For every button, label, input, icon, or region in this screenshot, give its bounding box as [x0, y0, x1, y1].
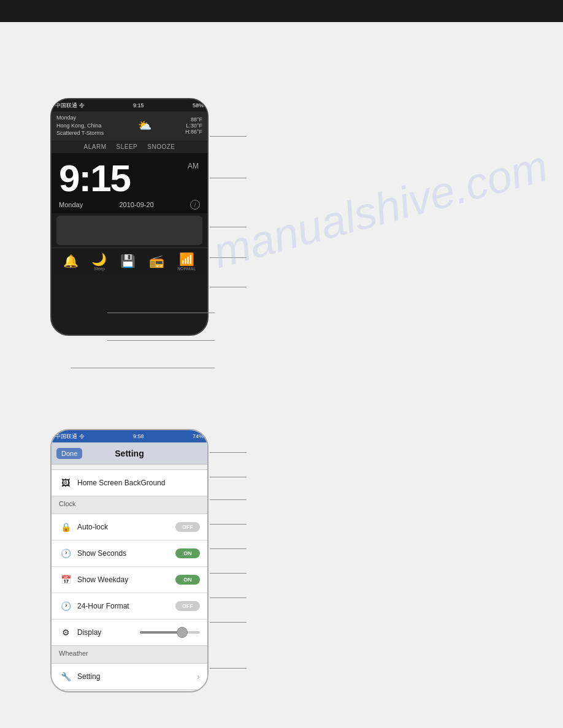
- tab-alarm[interactable]: ALARM: [84, 143, 107, 150]
- home-screen-label: Home Screen BackGround: [77, 479, 200, 487]
- annotation-line-8: [71, 368, 215, 368]
- show-weekday-toggle[interactable]: ON: [175, 575, 200, 585]
- annotation-line-p2-1: [210, 452, 247, 453]
- auto-lock-toggle[interactable]: OFF: [175, 522, 200, 532]
- phone1-carrier: 中国联通 令: [55, 102, 85, 110]
- top-bar: [0, 0, 563, 22]
- auto-lock-row[interactable]: 🔒 Auto-lock OFF: [52, 514, 207, 540]
- phone1-sleep-icon[interactable]: 🌙 Sleep: [91, 252, 107, 271]
- signal-label: NORMAL: [177, 267, 196, 271]
- 24hour-format-row[interactable]: 🕐 24-Hour Format OFF: [52, 593, 207, 620]
- weather-section-header: Wheather: [52, 646, 207, 658]
- annotation-line-p2-6: [210, 573, 247, 574]
- phone1-status-bar: 中国联通 令 9:15 58%: [52, 99, 207, 112]
- home-screen-icon: 🖼: [59, 476, 72, 490]
- tab-sleep[interactable]: SLEEP: [116, 143, 137, 150]
- annotation-line-p2-9: [210, 668, 247, 669]
- annotation-line-p2-3: [210, 499, 247, 500]
- annotation-line-2: [210, 178, 247, 178]
- show-weekday-icon: 📅: [59, 573, 72, 586]
- signal-icon: 📶: [179, 252, 194, 267]
- radio-icon: 📻: [149, 254, 164, 268]
- phone1-clock-area: 9:15 AM Monday 2010-09-20 i: [52, 153, 207, 213]
- show-weekday-row[interactable]: 📅 Show Weekday ON: [52, 567, 207, 593]
- info-icon[interactable]: i: [190, 200, 200, 210]
- chevron-right-icon: ›: [197, 672, 200, 681]
- phone1-weather-city: Hong Kong, China: [56, 122, 104, 130]
- phone1-bottom-bar: 🔔 🌙 Sleep 💾 📻 📶 NORMAL: [52, 248, 207, 275]
- phone1-weather-high: H:86°F: [185, 129, 202, 135]
- bell-icon: 🔔: [63, 254, 79, 268]
- phone1-weather-temp: 88°F: [185, 116, 202, 123]
- phone1-clock-ampm: AM: [188, 162, 199, 170]
- display-slider[interactable]: [140, 631, 200, 634]
- slider-track: [140, 631, 200, 634]
- annotation-line-6: [107, 313, 215, 313]
- annotation-line-p2-7: [210, 597, 247, 598]
- phone2-time: 9:58: [133, 433, 144, 439]
- display-row[interactable]: ⚙ Display: [52, 620, 207, 645]
- disk-icon: 💾: [120, 254, 136, 268]
- weather-cloud-icon: ⛅: [138, 119, 151, 132]
- show-seconds-toggle[interactable]: ON: [175, 548, 200, 558]
- done-button[interactable]: Done: [56, 448, 82, 459]
- tab-snooze[interactable]: SNOOZE: [147, 143, 175, 150]
- phone1-alarm-icon[interactable]: 🔔: [63, 254, 79, 268]
- phone1-device: 中国联通 令 9:15 58% Monday Hong Kong, China …: [50, 98, 209, 336]
- phone1-weather: Monday Hong Kong, China Scattered T-Stor…: [52, 112, 207, 140]
- show-weekday-label: Show Weekday: [77, 575, 175, 584]
- 24hour-label: 24-Hour Format: [77, 602, 175, 610]
- phone1-weather-right: 88°F L:30°F H:86°F: [185, 116, 202, 135]
- annotation-line-p2-2: [210, 477, 247, 477]
- annotation-line-p2-8: [210, 622, 247, 623]
- slider-thumb[interactable]: [177, 627, 188, 638]
- phone1-weather-condition: Scattered T-Storms: [56, 129, 104, 137]
- home-screen-row[interactable]: 🖼 Home Screen BackGround: [52, 470, 207, 496]
- phone1-slide-area: [56, 216, 202, 245]
- 24hour-icon: 🕐: [59, 599, 72, 613]
- 24hour-toggle[interactable]: OFF: [175, 601, 200, 611]
- weather-setting-icon: 🔧: [59, 670, 72, 683]
- show-seconds-icon: 🕐: [59, 547, 72, 560]
- phone1-weather-weekday: Monday: [56, 114, 104, 122]
- phone2-battery: 74%: [193, 433, 204, 439]
- phone1-date-weekday: Monday: [59, 201, 83, 208]
- phone1-tabs[interactable]: ALARM SLEEP SNOOZE: [52, 140, 207, 153]
- display-icon: ⚙: [59, 626, 72, 639]
- weather-setting-row[interactable]: 🔧 Setting ›: [52, 664, 207, 689]
- moon-icon: 🌙: [91, 252, 107, 267]
- weather-setting-label: Setting: [77, 672, 197, 681]
- phone2-carrier: 中国联通 令: [55, 433, 85, 441]
- annotation-line-p2-5: [210, 548, 247, 549]
- home-screen-section: 🖼 Home Screen BackGround: [52, 469, 207, 496]
- annotation-line-7: [107, 340, 215, 341]
- annotation-line-5: [210, 287, 247, 287]
- phone2-status-bar: 中国联通 令 9:58 74%: [52, 430, 207, 442]
- auto-lock-label: Auto-lock: [77, 523, 175, 531]
- phone1-clock-time: 9:15: [59, 159, 200, 197]
- clock-section-header: Clock: [52, 496, 207, 509]
- phone2-nav-bar: Done Setting: [52, 442, 207, 464]
- phone1-clock-date: Monday 2010-09-20 i: [59, 200, 200, 210]
- phone1-date-value: 2010-09-20: [119, 201, 153, 208]
- watermark: manualshive.com: [208, 140, 553, 278]
- annotation-line-4: [210, 257, 247, 258]
- clock-section: 🔒 Auto-lock OFF 🕐 Show Seconds ON 📅 Show…: [52, 514, 207, 646]
- phone2-page-title: Setting: [115, 449, 144, 458]
- auto-lock-icon: 🔒: [59, 520, 72, 534]
- annotation-line-3: [210, 227, 247, 227]
- sleep-label: Sleep: [94, 267, 105, 271]
- annotation-line-1: [210, 136, 247, 137]
- phone1-weather-left: Monday Hong Kong, China Scattered T-Stor…: [56, 114, 104, 137]
- phone2-device: 中国联通 令 9:58 74% Done Setting 🖼 Home Scre…: [50, 429, 209, 692]
- phone1-weather-low: L:30°F: [185, 123, 202, 129]
- show-seconds-label: Show Seconds: [77, 549, 175, 558]
- phone1-save-icon[interactable]: 💾: [120, 254, 136, 268]
- phone1-signal-icon[interactable]: 📶 NORMAL: [177, 252, 196, 271]
- annotation-line-p2-4: [210, 524, 247, 525]
- show-seconds-row[interactable]: 🕐 Show Seconds ON: [52, 540, 207, 567]
- phone2-body: 🖼 Home Screen BackGround Clock 🔒 Auto-lo…: [52, 469, 207, 690]
- display-label: Display: [77, 628, 137, 637]
- phone1-radio-icon[interactable]: 📻: [149, 254, 164, 268]
- weather-section: 🔧 Setting ›: [52, 663, 207, 690]
